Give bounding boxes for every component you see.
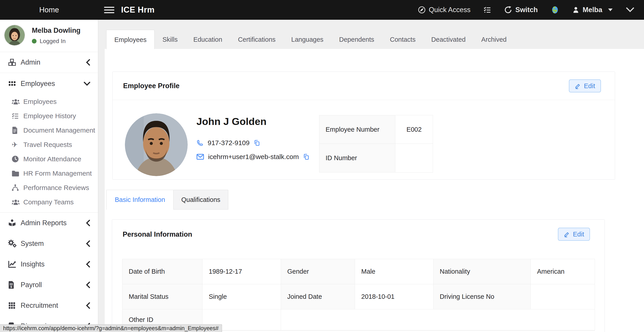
plane-icon: ✈ <box>12 141 23 148</box>
sidebar-group-label: Recruitment <box>21 301 58 309</box>
employee-photo <box>125 113 188 176</box>
employee-name: John J Golden <box>196 116 266 127</box>
sidebar-item-label: Performance Reviews <box>23 184 89 192</box>
field-value: Male <box>355 259 434 284</box>
chevron-left-icon <box>86 281 90 288</box>
tab-skills[interactable]: Skills <box>154 30 186 49</box>
copy-email-icon[interactable] <box>303 153 310 160</box>
profile-subtabs: Basic Information Qualifications <box>106 190 228 209</box>
compass-icon <box>418 6 426 14</box>
sidebar-group-insights[interactable]: Insights <box>0 254 98 274</box>
employee-profile-body: John J Golden 917-372-9109 icehrm+user1@… <box>112 100 615 179</box>
document-icon <box>12 127 23 134</box>
personal-information-header: Personal Information Edit <box>112 220 604 249</box>
users-icon <box>12 98 23 105</box>
app-title: ICE Hrm <box>121 5 154 15</box>
quick-access-button[interactable]: Quick Access <box>418 6 470 14</box>
chevron-down-icon <box>84 81 90 86</box>
sidebar-item-monitor-attendance[interactable]: Monitor Attendance <box>0 152 98 166</box>
collapse-topbar-button[interactable] <box>626 7 634 13</box>
tab-education[interactable]: Education <box>186 30 230 49</box>
gears-icon <box>8 240 21 248</box>
tab-dependents[interactable]: Dependents <box>331 30 382 49</box>
field-label: Marital Status <box>122 284 202 309</box>
field-label: Date of Birth <box>122 259 202 284</box>
phone-icon <box>196 139 204 146</box>
copy-phone-icon[interactable] <box>254 140 260 146</box>
sidebar-group-system[interactable]: System <box>0 233 98 254</box>
employee-summary-table: Employee Number E002 ID Number <box>319 115 433 173</box>
sidebar-item-employees[interactable]: Employees <box>0 94 98 109</box>
sidebar-item-company-teams[interactable]: Company Teams <box>0 195 98 209</box>
diagram-icon <box>12 184 23 191</box>
avatar <box>4 25 25 46</box>
caret-down-icon <box>608 9 612 11</box>
sidebar-item-performance-reviews[interactable]: Performance Reviews <box>0 181 98 195</box>
cubes-icon <box>8 58 21 66</box>
tab-contacts[interactable]: Contacts <box>382 30 423 49</box>
sidebar-group-recruitment[interactable]: Recruitment <box>0 295 98 316</box>
tab-employees[interactable]: Employees <box>106 30 154 49</box>
sidebar-item-label: HR Form Management <box>23 170 92 177</box>
sidebar-item-hr-form-management[interactable]: HR Form Management <box>0 166 98 181</box>
sidebar-item-document-management[interactable]: Document Management <box>0 123 98 138</box>
chart-line-icon <box>8 260 21 268</box>
chevron-left-icon <box>86 302 90 309</box>
hamburger-menu-icon[interactable] <box>104 7 114 13</box>
topbar: Home ICE Hrm Quick Access Switch <box>0 0 644 20</box>
field-label: Joined Date <box>281 284 355 309</box>
edit-label: Edit <box>584 82 595 90</box>
sidebar-group-label: System <box>21 240 44 248</box>
field-label: Nationality <box>434 259 531 284</box>
tab-archived[interactable]: Archived <box>473 30 514 49</box>
edit-profile-button[interactable]: Edit <box>569 79 601 92</box>
topbar-actions: Quick Access Switch Melba <box>418 6 644 14</box>
employee-phone[interactable]: 917-372-9109 <box>208 139 250 147</box>
sidebar-item-label: Monitor Attendance <box>23 155 82 163</box>
edit-label: Edit <box>573 231 584 238</box>
user-icon <box>572 6 580 14</box>
field-value: 2018-10-01 <box>355 284 434 309</box>
sidebar-user-card: Melba Dowling Logged In <box>0 20 98 52</box>
employee-email[interactable]: icehrm+user1@web-stalk.com <box>208 153 299 161</box>
edit-personal-information-button[interactable]: Edit <box>558 228 590 241</box>
language-button[interactable] <box>551 6 559 14</box>
chevron-down-icon <box>626 7 634 13</box>
tab-certifications[interactable]: Certifications <box>230 30 284 49</box>
field-label: Gender <box>281 259 355 284</box>
field-value: 1989-12-17 <box>202 259 281 284</box>
tab-content-panel: Employee Profile Edit <box>105 49 644 332</box>
sidebar-item-label: Document Management <box>23 127 95 134</box>
sidebar-group-admin-reports[interactable]: Admin Reports <box>0 213 98 233</box>
field-value: American <box>531 259 595 284</box>
subtab-qualifications[interactable]: Qualifications <box>174 190 228 209</box>
clock-icon <box>12 155 23 163</box>
switch-button[interactable]: Switch <box>504 6 538 14</box>
field-label: Driving License No <box>434 284 531 309</box>
pencil-icon <box>575 83 581 89</box>
user-menu[interactable]: Melba <box>572 6 612 14</box>
empty-cell <box>281 309 595 330</box>
summary-label: Employee Number <box>319 115 395 144</box>
tab-deactivated[interactable]: Deactivated <box>423 30 473 49</box>
quick-access-label: Quick Access <box>429 6 470 14</box>
sidebar-group-payroll[interactable]: $ Payroll <box>0 274 98 295</box>
sidebar: Melba Dowling Logged In Admin Employees <box>0 20 98 332</box>
folder-icon <box>12 170 23 177</box>
employee-profile-card: Employee Profile Edit <box>112 72 615 180</box>
sidebar-item-travel-requests[interactable]: ✈ Travel Requests <box>0 138 98 152</box>
sidebar-item-employee-history[interactable]: Employee History <box>0 109 98 123</box>
chevron-left-icon <box>86 240 90 247</box>
employee-phone-row: 917-372-9109 <box>196 139 260 147</box>
summary-label: ID Number <box>319 144 395 172</box>
tasks-button[interactable] <box>484 6 491 14</box>
chevron-left-icon <box>86 59 90 66</box>
status-dot <box>32 39 36 44</box>
browser-status-bar: https://icehrm.com/app/demo-icehrm/?g=ad… <box>0 324 222 332</box>
subtab-basic-information[interactable]: Basic Information <box>106 190 174 209</box>
sidebar-group-admin[interactable]: Admin <box>0 52 98 73</box>
sidebar-group-employees[interactable]: Employees <box>0 73 98 94</box>
home-link[interactable]: Home <box>0 6 98 14</box>
tab-languages[interactable]: Languages <box>284 30 332 49</box>
users-icon <box>12 199 23 205</box>
